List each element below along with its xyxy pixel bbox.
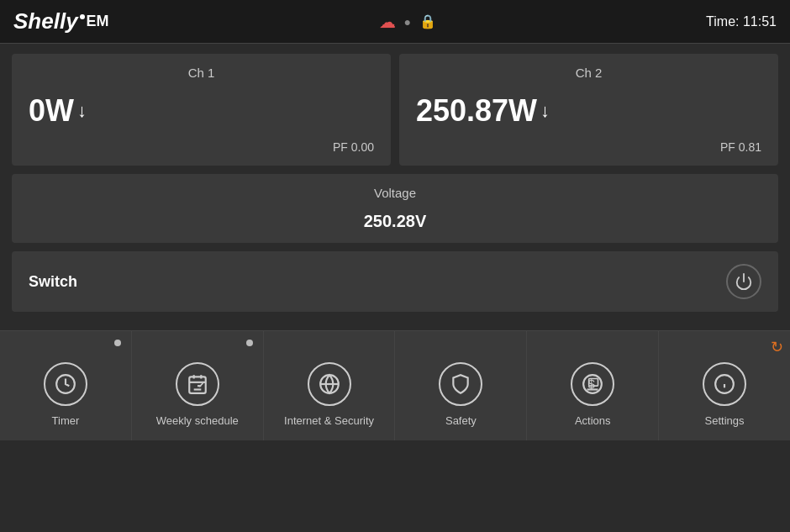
voltage-value: 250.28V	[29, 212, 761, 231]
menu-item-timer[interactable]: Timer	[0, 331, 132, 440]
menu-item-safety[interactable]: Safety	[395, 331, 527, 440]
power-button[interactable]	[726, 264, 761, 299]
refresh-icon: ↻	[771, 338, 783, 356]
internet-security-icon	[319, 373, 340, 395]
cloud-icon: ☁	[379, 12, 396, 32]
weekly-schedule-icon	[187, 373, 208, 395]
safety-icon	[450, 373, 471, 395]
logo: Shelly EM	[13, 8, 109, 34]
logo-em: EM	[87, 13, 109, 30]
wifi-icon: ●	[404, 15, 411, 29]
timer-dot	[114, 340, 121, 346]
channels-row: Ch 1 0W ↓ PF 0.00 Ch 2 250.87W ↓ PF 0.81	[12, 54, 778, 166]
internet-security-icon-circle	[308, 362, 351, 406]
header: Shelly EM ☁ ● 🔒 Time: 11:51	[0, 0, 790, 44]
voltage-title: Voltage	[29, 186, 761, 200]
channel-2-card: Ch 2 250.87W ↓ PF 0.81	[399, 54, 778, 166]
timer-icon-circle	[44, 362, 87, 406]
ch2-title: Ch 2	[416, 66, 761, 80]
switch-card: Switch	[12, 251, 778, 312]
bottom-menu: Timer Weekly schedule	[0, 330, 790, 440]
menu-item-weekly-schedule[interactable]: Weekly schedule	[132, 331, 264, 440]
menu-item-settings[interactable]: ↻ Settings	[659, 331, 790, 440]
safety-label: Safety	[445, 414, 477, 429]
weekly-icon-circle	[176, 362, 219, 406]
channel-1-card: Ch 1 0W ↓ PF 0.00	[12, 54, 391, 166]
power-icon	[735, 272, 753, 291]
timer-label: Timer	[52, 414, 80, 429]
voltage-card: Voltage 250.28V	[12, 174, 778, 243]
settings-label: Settings	[705, 414, 745, 429]
menu-item-actions[interactable]: $ Actions	[527, 331, 659, 440]
ch2-arrow-icon: ↓	[540, 100, 550, 122]
header-icons: ☁ ● 🔒	[379, 12, 436, 32]
menu-item-internet-security[interactable]: Internet & Security	[264, 331, 396, 440]
actions-icon: $	[582, 373, 603, 395]
settings-info-icon	[714, 373, 735, 395]
ch1-pf: PF 0.00	[29, 140, 374, 154]
ch2-pf: PF 0.81	[416, 140, 761, 154]
switch-label: Switch	[29, 273, 77, 291]
weekly-schedule-label: Weekly schedule	[156, 414, 239, 429]
actions-icon-circle: $	[571, 362, 614, 406]
svg-line-9	[199, 383, 203, 387]
ch2-value: 250.87W ↓	[416, 93, 761, 129]
lock-icon: 🔒	[419, 13, 436, 29]
logo-text: Shelly	[13, 8, 78, 34]
safety-icon-circle	[439, 362, 482, 406]
ch1-title: Ch 1	[29, 66, 374, 80]
actions-label: Actions	[575, 414, 611, 429]
time-display: Time: 11:51	[706, 14, 777, 29]
settings-icon-circle	[703, 362, 746, 406]
weekly-dot	[246, 340, 253, 346]
ch1-arrow-icon: ↓	[77, 100, 87, 122]
logo-dot	[80, 14, 85, 19]
timer-icon	[55, 373, 76, 395]
main-content: Ch 1 0W ↓ PF 0.00 Ch 2 250.87W ↓ PF 0.81…	[0, 44, 790, 330]
ch1-value: 0W ↓	[29, 93, 374, 129]
internet-security-label: Internet & Security	[284, 414, 374, 429]
